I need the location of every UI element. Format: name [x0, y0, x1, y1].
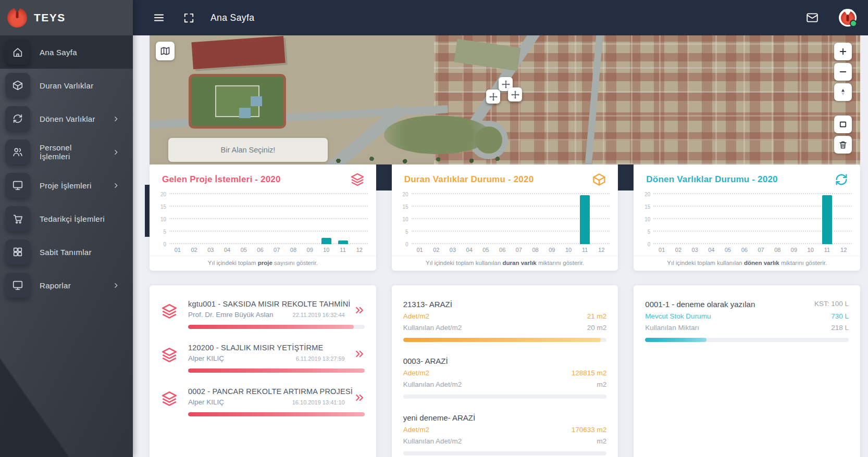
- draw-rectangle-button[interactable]: [834, 116, 852, 133]
- project-list-item[interactable]: 120200 - SLAJLIK MISIR YETİŞTİRME Alper …: [161, 335, 365, 379]
- double-chevron-icon[interactable]: [354, 392, 365, 403]
- x-axis-tick: 09: [307, 247, 313, 253]
- refresh-icon: [5, 106, 30, 131]
- hamburger-menu-icon[interactable]: [151, 9, 167, 26]
- x-axis-tick: 06: [257, 247, 263, 253]
- asset-row-value: 20 m2: [587, 324, 607, 332]
- zoom-out-button[interactable]: [834, 63, 852, 81]
- caption-bold: duran varlık: [503, 260, 537, 266]
- teys-logo-icon: [7, 8, 27, 28]
- asset-item[interactable]: 0003- ARAZİ Adet/m2 128815 m2 Kullanılan…: [403, 348, 607, 405]
- sidebar: TEYS Ana Sayfa Duran Varlıklar Dönen Var…: [0, 0, 133, 457]
- sidebar-item-label: Tedarikçi İşlemleri: [40, 214, 105, 223]
- fullscreen-icon[interactable]: [181, 10, 197, 26]
- map-marker[interactable]: [486, 90, 500, 104]
- project-list-item[interactable]: 0002 - PANCAR REKOLTE ARTIRMA PROJESİ Al…: [161, 379, 365, 423]
- sidebar-nav: Ana Sayfa Duran Varlıklar Dönen Varlıkla…: [0, 35, 133, 302]
- stock-item[interactable]: 0001-1 - deneme olarak yazılan KST: 100 …: [645, 291, 849, 348]
- map-background-strip: [145, 185, 150, 237]
- project-meta: Alper KILIÇ 6.11.2019 13:27:59: [188, 354, 365, 362]
- map-pool: [239, 108, 251, 118]
- project-owner: Alper KILIÇ: [188, 398, 224, 406]
- spacer: [834, 104, 852, 113]
- sidebar-item-sabit-tanimlar[interactable]: Sabit Tanımlar: [0, 235, 133, 269]
- layers-icon: [161, 344, 178, 373]
- project-title: 120200 - SLAJLIK MISIR YETİŞTİRME: [188, 344, 365, 352]
- y-axis-tick: 15: [157, 204, 166, 210]
- asset-row-value: 170633 m2: [572, 426, 607, 434]
- x-axis-tick: 12: [598, 247, 604, 253]
- bar-month-10[interactable]: [321, 238, 331, 244]
- project-owner: Prof. Dr. Emre Büyük Aslan: [188, 311, 274, 319]
- chart-title: Gelen Proje İstemleri - 2020: [162, 174, 281, 185]
- sidebar-item-tedarikci-islemleri[interactable]: Tedarikçi İşlemleri: [0, 202, 133, 235]
- progress-fill: [645, 338, 706, 342]
- project-datetime: 16.10.2019 13:41:10: [292, 399, 345, 405]
- caption-text: Yıl içindeki toplam kullanılan: [667, 260, 744, 266]
- asset-item[interactable]: 21313- ARAZİ Adet/m2 21 m2 Kullanılan Ad…: [403, 291, 607, 348]
- map-sports-field: [189, 74, 286, 128]
- bar-month-11[interactable]: [580, 195, 590, 244]
- trash-button[interactable]: [834, 136, 852, 154]
- sidebar-item-proje-islemleri[interactable]: Proje İşlemleri: [0, 169, 133, 202]
- sidebar-item-ana-sayfa[interactable]: Ana Sayfa: [0, 35, 133, 69]
- sidebar-item-personel-islemleri[interactable]: Personel İşlemleri: [0, 135, 133, 169]
- stock-title-row: 0001-1 - deneme olarak yazılan KST: 100 …: [645, 300, 849, 309]
- progress-track: [188, 369, 365, 373]
- gridline: [412, 193, 610, 194]
- project-meta: Prof. Dr. Emre Büyük Aslan 22.11.2019 16…: [188, 311, 365, 319]
- x-axis-tick: 10: [808, 247, 814, 253]
- project-title: 0002 - PANCAR REKOLTE ARTIRMA PROJESİ: [188, 387, 365, 396]
- chart-plot: 05101520010203040506070809101112: [412, 194, 610, 244]
- chart-cards-row: Gelen Proje İstemleri - 2020 05101520010…: [150, 164, 860, 271]
- map-lawn: [384, 116, 491, 154]
- asset-title-text: 21313- ARAZİ: [403, 300, 452, 309]
- asset-row-label: Kullanılan Adet/m2: [403, 324, 462, 332]
- progress-track: [403, 395, 607, 399]
- project-list-item[interactable]: kgtu001 - SAKSIDA MISIR REKOLTE TAHMİNİ …: [161, 291, 365, 335]
- chevron-right-icon: [113, 149, 119, 156]
- map-marker[interactable]: [508, 87, 522, 101]
- compass-button[interactable]: [834, 83, 852, 101]
- project-owner: Alper KILIÇ: [188, 354, 224, 362]
- asset-row: Adet/m2 170633 m2: [403, 426, 607, 434]
- zoom-in-button[interactable]: [834, 43, 852, 60]
- x-axis-tick: 06: [741, 247, 748, 253]
- sidebar-item-duran-varliklar[interactable]: Duran Varlıklar: [0, 69, 133, 102]
- layers-icon: [350, 172, 365, 187]
- progress-track: [403, 338, 607, 342]
- bar-month-11[interactable]: [822, 195, 832, 244]
- sidebar-item-raporlar[interactable]: Raporlar: [0, 269, 133, 302]
- bar-month-11[interactable]: [338, 240, 348, 244]
- brand-name: TEYS: [34, 11, 66, 24]
- stock-row: Mevcut Stok Durumu 730 L: [645, 312, 849, 320]
- x-axis-tick: 05: [241, 247, 247, 253]
- map[interactable]: Bir Alan Seçiniz!: [150, 35, 860, 164]
- asset-row: Kullanılan Adet/m2 m2: [403, 380, 607, 388]
- double-chevron-icon[interactable]: [354, 349, 365, 359]
- caption-text: sayısını gösterir.: [272, 260, 318, 266]
- user-avatar[interactable]: [839, 9, 857, 27]
- progress-track: [188, 412, 365, 416]
- x-axis-tick: 03: [692, 247, 698, 253]
- x-axis-tick: 01: [416, 247, 423, 253]
- double-chevron-icon[interactable]: [354, 305, 365, 315]
- y-axis-tick: 15: [641, 204, 650, 210]
- asset-row-label: Adet/m2: [403, 369, 429, 377]
- x-axis-tick: 07: [516, 247, 522, 253]
- project-datetime: 22.11.2019 16:32:44: [293, 312, 345, 318]
- asset-item[interactable]: yeni deneme- ARAZİ Adet/m2 170633 m2 Kul…: [403, 405, 607, 457]
- y-axis-tick: 20: [399, 192, 408, 197]
- x-axis-tick: 09: [791, 247, 797, 253]
- map-layers-button[interactable]: [156, 42, 175, 60]
- chart-plot: 05101520010203040506070809101112: [169, 194, 368, 244]
- topbar-right: [803, 9, 857, 27]
- mail-icon[interactable]: [803, 9, 821, 27]
- stock-kst-value: KST: 100 L: [814, 300, 849, 309]
- monitor-icon: [5, 173, 30, 198]
- x-axis-tick: 10: [565, 247, 572, 253]
- x-axis-tick: 03: [207, 247, 214, 253]
- x-axis-tick: 05: [725, 247, 731, 253]
- asset-row-label: Adet/m2: [403, 426, 429, 434]
- sidebar-item-donen-varliklar[interactable]: Dönen Varlıklar: [0, 102, 133, 135]
